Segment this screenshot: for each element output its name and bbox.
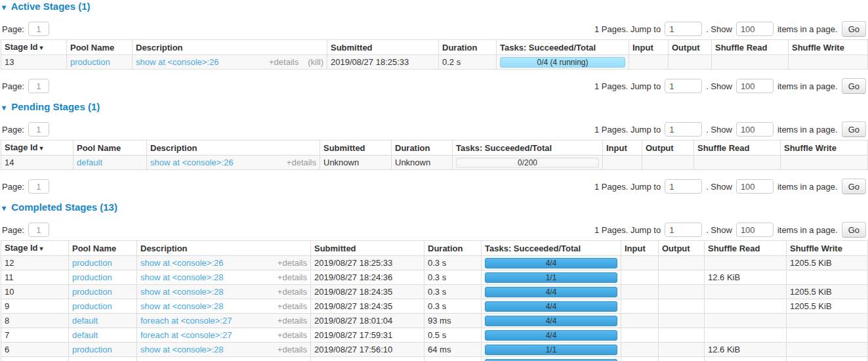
column-header-shuffle-read[interactable]: Shuffle Read <box>705 241 787 256</box>
column-header-shuffle-write[interactable]: Shuffle Write <box>781 140 868 156</box>
pagination-right: 1 Pages. Jump to . Show items in a page.… <box>594 179 867 194</box>
column-header-output[interactable]: Output <box>669 40 712 55</box>
column-header-pool-name[interactable]: Pool Name <box>67 40 133 55</box>
description-link[interactable]: show at <console>:26 <box>150 158 233 167</box>
details-toggle[interactable]: +details <box>278 258 307 268</box>
description-link[interactable]: show at <console>:28 <box>140 272 223 282</box>
shuffle-write-cell <box>781 156 868 170</box>
column-header-duration[interactable]: Duration <box>392 140 453 156</box>
description-link[interactable]: show at <console>:26 <box>140 258 223 268</box>
column-header-tasks-succeeded-total[interactable]: Tasks: Succeeded/Total <box>482 241 621 256</box>
stage-id-cell: 8 <box>1 314 69 328</box>
section-header[interactable]: ▾ Completed Stages (13) <box>2 202 867 213</box>
details-toggle[interactable]: +details <box>278 301 307 311</box>
column-header-submitted[interactable]: Submitted <box>311 241 424 256</box>
column-header-output[interactable]: Output <box>659 241 705 256</box>
column-header-tasks-succeeded-total[interactable]: Tasks: Succeeded/Total <box>497 40 629 55</box>
details-toggle[interactable]: +details <box>287 158 316 167</box>
description-link[interactable]: show at <console>:28 <box>140 287 223 297</box>
pool-name-link[interactable]: default <box>72 316 98 326</box>
column-header-stage-id[interactable]: Stage Id▾ <box>1 241 69 256</box>
tasks-cell: 4/4 <box>482 314 621 328</box>
column-header-pool-name[interactable]: Pool Name <box>69 241 137 256</box>
jump-to-page-input[interactable] <box>665 122 702 137</box>
column-header-duration[interactable]: Duration <box>424 241 482 256</box>
kill-link[interactable]: (kill) <box>308 57 323 67</box>
pool-name-link[interactable]: default <box>72 330 98 340</box>
pool-name-link[interactable]: production <box>72 272 112 282</box>
page-number-input[interactable] <box>28 79 49 93</box>
column-header-stage-id[interactable]: Stage Id▾ <box>1 140 73 156</box>
details-toggle[interactable]: +details <box>278 316 307 326</box>
details-toggle[interactable]: +details <box>278 345 307 354</box>
column-header-output[interactable]: Output <box>642 140 694 156</box>
column-header-shuffle-write[interactable]: Shuffle Write <box>787 241 868 256</box>
duration-cell: 0.3 s <box>424 285 482 299</box>
description-link[interactable]: foreach at <console>:27 <box>140 330 232 340</box>
column-header-stage-id[interactable]: Stage Id▾ <box>1 40 67 55</box>
items-per-page-input[interactable] <box>736 179 774 194</box>
pool-name-link[interactable]: production <box>72 287 112 297</box>
page-number-input[interactable] <box>28 122 49 137</box>
details-toggle[interactable]: +details <box>278 272 307 282</box>
column-header-shuffle-write[interactable]: Shuffle Write <box>789 40 868 55</box>
stage-id-cell: 9 <box>1 299 69 314</box>
column-header-submitted[interactable]: Submitted <box>327 40 439 55</box>
submitted-cell: 2019/08/27 18:01:04 <box>311 314 424 328</box>
page-number-input[interactable] <box>28 22 49 36</box>
details-toggle[interactable]: +details <box>278 287 307 297</box>
go-button[interactable]: Go <box>842 121 866 137</box>
column-header-description[interactable]: Description <box>137 241 311 256</box>
description-link[interactable]: show at <console>:26 <box>136 57 218 67</box>
column-header-description[interactable]: Description <box>133 40 327 55</box>
column-header-input[interactable]: Input <box>621 241 659 256</box>
column-header-duration[interactable]: Duration <box>439 40 497 55</box>
pool-name-cell: production <box>69 285 137 299</box>
description-link[interactable]: foreach at <console>:27 <box>140 316 232 326</box>
details-toggle[interactable]: +details <box>278 330 307 340</box>
pool-name-link[interactable]: production <box>72 345 112 354</box>
pool-name-link[interactable]: default <box>77 158 102 167</box>
column-header-label: Input <box>625 244 646 253</box>
column-header-description[interactable]: Description <box>147 140 320 156</box>
description-link[interactable]: show at <console>:28 <box>140 301 223 311</box>
pool-name-link[interactable]: production <box>72 258 112 268</box>
stage-id-cell: 10 <box>1 285 69 299</box>
stages-section: ▾ Pending Stages (1) Page: 1 Pages. Jump… <box>1 102 867 194</box>
page-number-input[interactable] <box>28 223 49 237</box>
sort-arrow-icon: ▾ <box>40 144 43 152</box>
column-header-input[interactable]: Input <box>629 40 669 55</box>
page-label: Page: <box>2 225 24 235</box>
description-link[interactable]: show at <console>:28 <box>140 345 223 354</box>
go-button[interactable]: Go <box>842 179 866 194</box>
stage-row: 8default+detailsforeach at <console>:272… <box>1 314 868 328</box>
items-per-page-input[interactable] <box>736 223 774 237</box>
go-button[interactable]: Go <box>842 21 866 37</box>
go-button[interactable]: Go <box>842 78 866 94</box>
items-per-page-input[interactable] <box>736 22 774 36</box>
tasks-progress-bar: 1/1 <box>485 272 617 283</box>
jump-to-page-input[interactable] <box>665 179 702 194</box>
column-header-tasks-succeeded-total[interactable]: Tasks: Succeeded/Total <box>453 140 603 156</box>
jump-to-page-input[interactable] <box>665 22 702 36</box>
tasks-progress-label: 0/200 <box>457 158 598 167</box>
page-number-input[interactable] <box>28 179 49 194</box>
jump-to-page-input[interactable] <box>665 79 702 93</box>
column-header-shuffle-read[interactable]: Shuffle Read <box>712 40 789 55</box>
jump-to-page-input[interactable] <box>665 223 702 237</box>
details-toggle[interactable]: +details <box>269 57 299 67</box>
section-header[interactable]: ▾ Pending Stages (1) <box>2 102 867 113</box>
items-per-page-input[interactable] <box>736 79 774 93</box>
pool-name-link[interactable]: production <box>70 57 110 67</box>
pool-name-link[interactable]: production <box>72 301 112 311</box>
pagination-left: Page: <box>1 122 49 137</box>
column-header-shuffle-read[interactable]: Shuffle Read <box>694 140 781 156</box>
shuffle-read-cell <box>705 328 787 343</box>
section-header[interactable]: ▾ Active Stages (1) <box>2 1 867 12</box>
column-header-submitted[interactable]: Submitted <box>320 140 392 156</box>
section-title-text: Pending Stages (1) <box>11 101 100 112</box>
column-header-pool-name[interactable]: Pool Name <box>73 140 147 156</box>
items-per-page-input[interactable] <box>736 122 774 137</box>
column-header-input[interactable]: Input <box>603 140 642 156</box>
go-button[interactable]: Go <box>842 222 866 238</box>
